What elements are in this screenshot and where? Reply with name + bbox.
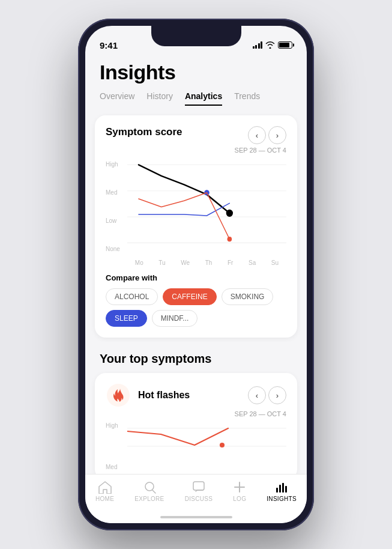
- tab-history[interactable]: History: [146, 91, 173, 106]
- y-axis-labels: High Med Low None: [106, 159, 125, 255]
- compare-chips: ALCOHOL CAFFEINE SMOKING SLEEP MINDF...: [106, 288, 286, 327]
- symptom-y-labels: High Med: [106, 422, 125, 470]
- prev-arrow-button[interactable]: ‹: [248, 126, 266, 144]
- chip-sleep[interactable]: SLEEP: [106, 310, 147, 327]
- symptom-info: Hot flashes: [106, 383, 190, 408]
- x-label-mo: Mo: [135, 259, 143, 266]
- chart-svg-container: [127, 159, 286, 255]
- svg-point-6: [228, 237, 232, 241]
- phone-frame: 9:41 Insi: [78, 19, 314, 530]
- y-label-high: High: [106, 161, 125, 168]
- svg-point-11: [145, 482, 154, 491]
- chip-caffeine[interactable]: CAFFEINE: [163, 288, 216, 305]
- x-axis-labels: Mo Tu We Th Fr Sa Su: [106, 259, 286, 266]
- symptom-name: Hot flashes: [138, 390, 190, 401]
- nav-label-discuss: DISCUSS: [185, 496, 213, 502]
- discuss-icon: [192, 481, 205, 494]
- nav-item-home[interactable]: HOME: [95, 481, 114, 502]
- symptom-y-med: Med: [106, 464, 125, 470]
- chip-smoking[interactable]: SMOKING: [222, 288, 274, 305]
- tab-overview[interactable]: Overview: [100, 91, 134, 106]
- symptom-card: Hot flashes ‹ › SEP 28 — OCT 4 High Med: [95, 373, 297, 480]
- wifi-icon: [265, 41, 275, 49]
- home-icon: [98, 481, 112, 494]
- nav-item-explore[interactable]: EXPLORE: [134, 481, 164, 502]
- signal-icon: [253, 41, 263, 49]
- chip-alcohol[interactable]: ALCOHOL: [106, 288, 158, 305]
- compare-section: Compare with ALCOHOL CAFFEINE SMOKING SL…: [106, 273, 286, 327]
- symptom-y-high: High: [106, 422, 125, 429]
- nav-label-home: HOME: [95, 496, 114, 502]
- status-icons: [253, 41, 293, 49]
- y-label-med: Med: [106, 189, 125, 196]
- symptom-nav-arrows: ‹ ›: [248, 386, 286, 404]
- card-header: Symptom score ‹ ›: [106, 126, 286, 144]
- nav-item-discuss[interactable]: DISCUSS: [185, 481, 213, 502]
- symptom-next-arrow-button[interactable]: ›: [268, 386, 286, 404]
- date-range: SEP 28 — OCT 4: [106, 147, 286, 154]
- status-time: 9:41: [100, 40, 118, 50]
- nav-label-explore: EXPLORE: [134, 496, 164, 502]
- top-symptoms-title: Your top symptoms: [85, 347, 307, 373]
- svg-point-4: [227, 210, 232, 216]
- x-label-tu: Tu: [158, 259, 165, 266]
- nav-label-log: LOG: [233, 496, 246, 502]
- nav-label-insights: INSIGHTS: [267, 496, 297, 502]
- nav-item-log[interactable]: LOG: [233, 481, 246, 502]
- svg-rect-19: [285, 486, 287, 493]
- symptom-icon: [106, 383, 131, 408]
- tabs-nav: Overview History Analytics Trends: [85, 91, 307, 106]
- next-arrow-button[interactable]: ›: [268, 126, 286, 144]
- svg-rect-16: [276, 488, 278, 493]
- hot-flashes-icon: [107, 384, 130, 407]
- tab-analytics[interactable]: Analytics: [185, 91, 222, 106]
- x-label-we: We: [181, 259, 190, 266]
- home-indicator: [160, 516, 232, 518]
- svg-rect-13: [193, 482, 204, 490]
- page-title: Insights: [85, 56, 307, 91]
- symptom-chart: High Med Low None: [106, 159, 286, 255]
- y-label-none: None: [106, 246, 125, 252]
- x-label-sa: Sa: [249, 259, 256, 266]
- app-content: Insights Overview History Analytics Tren…: [85, 56, 307, 523]
- compare-title: Compare with: [106, 273, 286, 282]
- explore-icon: [143, 481, 156, 494]
- svg-rect-17: [279, 485, 281, 493]
- log-icon: [233, 481, 246, 494]
- symptom-chart-svg-container: [127, 422, 286, 470]
- notch: [151, 26, 241, 46]
- symptom-card-header: Hot flashes ‹ ›: [106, 383, 286, 408]
- nav-arrows: ‹ ›: [248, 126, 286, 144]
- svg-point-10: [220, 443, 225, 447]
- symptom-date-range: SEP 28 — OCT 4: [106, 410, 286, 417]
- screen-content[interactable]: Insights Overview History Analytics Tren…: [85, 56, 307, 523]
- battery-icon: [278, 41, 292, 49]
- insights-icon: [275, 481, 288, 494]
- y-label-low: Low: [106, 217, 125, 224]
- svg-rect-18: [282, 483, 284, 493]
- card-title: Symptom score: [106, 126, 182, 138]
- symptom-chart-svg: [127, 422, 286, 470]
- chart-svg: [127, 159, 286, 255]
- symptom-mini-chart: High Med: [106, 422, 286, 470]
- nav-item-insights[interactable]: INSIGHTS: [267, 481, 297, 502]
- chip-mindfulness[interactable]: MINDF...: [152, 310, 198, 327]
- symptom-prev-arrow-button[interactable]: ‹: [248, 386, 266, 404]
- x-label-th: Th: [205, 259, 213, 266]
- phone-screen: 9:41 Insi: [85, 26, 307, 523]
- symptom-score-card: Symptom score ‹ › SEP 28 — OCT 4 High Me…: [95, 115, 297, 338]
- x-label-fr: Fr: [228, 259, 233, 266]
- tab-trends[interactable]: Trends: [234, 91, 260, 106]
- x-label-su: Su: [271, 259, 279, 266]
- svg-line-12: [152, 490, 155, 493]
